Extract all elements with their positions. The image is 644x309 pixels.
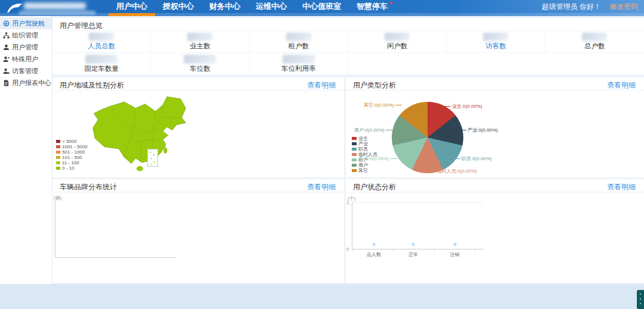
user-icon [3,44,10,51]
panel-header: 用户状态分析 查看明细 [346,179,644,192]
pie-legend-item[interactable]: 产业 [352,141,377,146]
stat-total-people: 人员总数 [52,31,151,52]
panel-title: 用户状态分析 [353,182,396,192]
panel-vehicle-brand: 车辆品牌分布统计 查看明细 (辆) [52,179,344,283]
stat-label-parking-spaces: 车位数 [151,64,249,73]
docked-side-widget[interactable] [637,290,644,309]
logo-text-redacted [24,2,86,10]
tab-smart-parking-label: 智慧停车 [357,2,388,11]
x-tick [353,249,354,251]
panel-header: 用户地域及性别分析 查看明细 [52,77,344,90]
app-root: 用户中心 授权中心 财务中心 运维中心 中心值班室 智慧停车 超级管理员 你好！… [0,0,644,309]
sidebar-item-label: 用户管理 [12,43,38,52]
tab-finance-center[interactable]: 财务中心 [202,0,248,16]
tab-ops-center[interactable]: 运维中心 [248,0,295,16]
panel-title: 用户类型分析 [353,80,396,90]
stat-value-redacted [483,33,508,41]
y-axis-line [352,202,352,249]
change-password-link[interactable]: 修改密码 [609,2,638,12]
sidebar-item-special-users[interactable]: 特殊用户 [0,53,52,65]
sidebar-item-label: 特殊用户 [12,55,38,64]
sidebar-item-user-management[interactable]: 用户管理 [0,41,52,53]
legend-swatch [352,137,357,140]
overview-title: 用户管理总览 [60,21,103,31]
panel-region-gender: 用户地域及性别分析 查看明细 > 5000 1001 - 5000 501 - … [52,77,344,177]
pie-legend-item[interactable]: 商户 [352,163,377,168]
stat-parking-spaces: 车位数 [151,54,249,74]
sidebar-item-user-cockpit[interactable]: 用户驾驶舱 [0,17,52,29]
tab-user-center[interactable]: 用户中心 [109,0,155,16]
sidebar: 用户驾驶舱 组织管理 用户管理 特殊用户 访客管理 用户报表中心 [0,16,52,284]
x-category-label: 正常 [398,251,428,258]
org-chart-icon [3,32,10,39]
sidebar-item-visitor-management[interactable]: 访客管理 [0,65,52,77]
map-legend: > 5000 1001 - 5000 501 - 1000 101 - 500 … [56,139,88,171]
tab-smart-parking[interactable]: 智慧停车 [349,0,395,16]
y-tick-0: 0 [346,246,349,252]
y-axis-line [55,201,55,258]
special-user-icon [3,56,10,63]
pie-callout-other: 其它:0(0.00%) [364,102,402,108]
report-icon [3,80,10,86]
pie-legend-item[interactable]: 职员 [352,146,377,152]
stat-value-redacted [385,33,410,41]
map-legend-item[interactable]: 1001 - 5000 [56,144,88,149]
stats-row-2: 固定车数量 车位数 车位利用率 [52,54,644,74]
pie-callout-tenant: 租户:0(0.00%) [359,156,397,161]
map-legend-item[interactable]: 501 - 1000 [56,149,88,155]
cockpit-icon [3,20,10,27]
main-nav: 用户中心 授权中心 财务中心 运维中心 中心值班室 智慧停车 [109,0,395,16]
legend-label: 职员 [358,146,368,152]
x-tick [434,249,435,251]
map-legend-item[interactable]: 0 - 10 [56,166,88,171]
stat-value-redacted [89,33,114,41]
sidebar-item-org-management[interactable]: 组织管理 [0,29,52,41]
china-map-chart[interactable] [83,90,209,174]
view-detail-link[interactable]: 查看明细 [607,182,636,192]
user-type-pie[interactable] [392,102,463,173]
view-detail-link[interactable]: 查看明细 [307,80,336,90]
panel-header: 车辆品牌分布统计 查看明细 [52,179,344,192]
panel-title: 车辆品牌分布统计 [60,182,117,192]
tab-auth-center[interactable]: 授权中心 [155,0,202,16]
panel-header: 用户类型分析 查看明细 [346,77,644,90]
stat-label-total-people[interactable]: 人员总数 [52,42,150,51]
legend-label: 11 - 100 [62,160,79,166]
sidebar-item-label: 组织管理 [12,31,38,40]
x-axis-line [352,249,484,249]
map-legend-item[interactable]: > 5000 [56,139,88,144]
legend-swatch [352,164,357,167]
legend-swatch [352,153,357,156]
x-tick [475,249,475,251]
sidebar-item-label: 用户驾驶舱 [12,19,45,28]
stats-row2-empty [348,54,644,74]
sidebar-item-user-reports[interactable]: 用户报表中心 [0,77,52,89]
legend-swatch [56,167,60,170]
top-navbar: 用户中心 授权中心 财务中心 运维中心 中心值班室 智慧停车 超级管理员 你好！… [0,0,644,16]
bar-value-label: 0 [398,242,428,247]
x-tick [394,249,394,251]
stat-value-redacted [286,33,311,41]
notification-badge [390,2,392,4]
pie-legend-item[interactable]: 业主 [352,136,377,141]
stats-row-1: 人员总数 业主数 租户数 闲户数 访客数 总户数 [52,31,644,53]
map-legend-item[interactable]: 101 - 500 [56,155,88,160]
stat-label-total-households: 总户数 [546,42,644,51]
tab-duty-room[interactable]: 中心值班室 [295,0,349,16]
map-legend-item[interactable]: 11 - 100 [56,160,88,166]
logo-subtext-redacted [19,11,95,15]
stat-parking-utilization: 车位利用率 [250,54,348,74]
legend-label: 501 - 1000 [62,149,85,155]
stat-label-parking-utilization: 车位利用率 [250,64,348,73]
legend-label: > 5000 [62,139,77,144]
stat-label-visitors[interactable]: 访客数 [447,42,544,51]
stat-idle-households: 闲户数 [348,31,447,52]
stat-owners: 业主数 [151,31,249,52]
pie-callout-owner: 业主:0(0.00%) [444,104,482,109]
pie-legend-item[interactable]: 其它 [352,168,377,173]
panel-user-status: 用户状态分析 查看明细 (个) 1 0 0 0 0 总人数 正常 注销 [346,179,644,283]
view-detail-link[interactable]: 查看明细 [307,182,336,192]
bar-value-label: 0 [440,242,470,247]
view-detail-link[interactable]: 查看明细 [607,80,636,90]
legend-swatch [352,142,357,145]
